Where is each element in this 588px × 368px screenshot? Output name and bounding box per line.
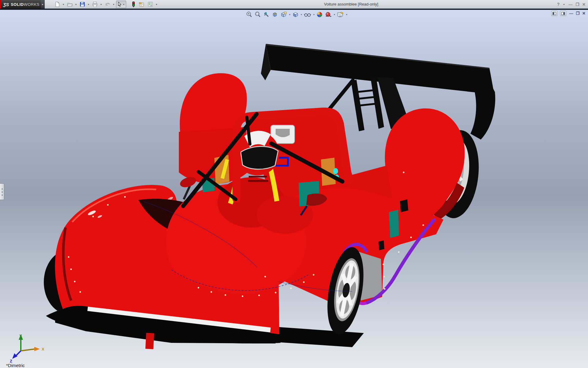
apply-scene-icon	[316, 11, 323, 18]
menu-flyout-arrow[interactable]: ▸	[41, 0, 45, 9]
triad-y-label: Y	[19, 334, 22, 338]
section-view-button[interactable]	[271, 11, 278, 18]
minimize-button[interactable]: —	[568, 2, 572, 6]
brand-text-solid: SOLID	[11, 2, 24, 7]
undo-button[interactable]	[104, 0, 111, 8]
view-orientation-icon	[280, 11, 287, 18]
new-dropdown-arrow[interactable]: ▾	[63, 3, 64, 6]
view-orientation-label: *Dimetric	[6, 363, 25, 368]
display-style-icon	[292, 11, 299, 18]
close-button[interactable]: ✕	[582, 2, 586, 6]
select-cursor-button[interactable]: ▾	[116, 1, 126, 8]
feature-tree-collapsed-tab[interactable]: ◂ ◂ ◂	[0, 183, 4, 200]
cyan-marker	[333, 168, 338, 174]
side-teal-opening	[389, 210, 399, 238]
edit-appearance-dropdown-arrow[interactable]: ▾	[346, 13, 347, 16]
solidworks-logo: ƷS SOLID WORKS	[0, 0, 41, 9]
solidworks-window: { "window": { "brand_glyph": "ƷS", "bran…	[0, 0, 588, 368]
section-view-icon	[272, 11, 278, 18]
collapse-arrow-icon: ◂	[2, 188, 3, 190]
options-button[interactable]	[146, 0, 154, 8]
undo-dropdown-arrow[interactable]: ▾	[113, 3, 114, 6]
document-title: Voiture assomblee [Read-only]	[324, 2, 378, 6]
collapse-arrow-icon: ◂	[2, 194, 3, 196]
left-pane-icon	[552, 12, 556, 15]
view-orientation-button[interactable]	[280, 11, 287, 18]
right-pane-icon	[561, 12, 565, 15]
help-dropdown-arrow[interactable]: ▾	[563, 3, 564, 6]
print-dropdown-arrow[interactable]: ▾	[100, 3, 102, 6]
print-button[interactable]	[91, 0, 99, 8]
brand-red-stripe	[0, 0, 1, 9]
select-dropdown-arrow[interactable]: ▾	[123, 3, 124, 6]
lower-vent-slot	[379, 240, 384, 250]
edit-note-button[interactable]	[138, 0, 145, 8]
view-settings-icon	[325, 11, 332, 18]
undo-icon	[104, 1, 111, 7]
document-window-controls: — ❐ ✕	[551, 11, 586, 16]
helmet-visor	[241, 146, 278, 169]
collapse-arrow-icon: ◂	[2, 191, 3, 193]
options-list-icon	[147, 1, 153, 7]
edit-appearance-button[interactable]	[337, 11, 344, 18]
zoom-to-area-button[interactable]	[254, 11, 261, 18]
reference-triad: Y X Z	[6, 333, 51, 364]
show-right-pane-button[interactable]	[560, 11, 566, 16]
new-document-icon	[54, 1, 60, 7]
previous-view-button[interactable]	[263, 11, 270, 18]
side-vent-slot	[400, 199, 408, 212]
select-cursor-icon	[117, 2, 123, 7]
hide-show-items-button[interactable]	[303, 11, 311, 18]
doc-minimize-button[interactable]: —	[569, 11, 573, 15]
titlebar-separator	[0, 9, 588, 10]
doc-close-button[interactable]: ✕	[582, 11, 586, 15]
display-style-dropdown-arrow[interactable]: ▾	[301, 13, 302, 16]
open-folder-icon	[67, 1, 73, 7]
graphics-viewport[interactable]: ▾ ▾ ▾	[0, 10, 588, 368]
view-settings-button[interactable]	[325, 11, 332, 18]
options-dropdown-arrow[interactable]: ▾	[156, 3, 157, 6]
view-orientation-dropdown-arrow[interactable]: ▾	[289, 13, 290, 16]
zoom-to-area-icon	[254, 11, 261, 18]
brand-3s-icon: ƷS	[3, 2, 9, 7]
save-floppy-icon	[79, 1, 85, 7]
hide-show-items-icon	[304, 11, 311, 18]
open-button[interactable]	[66, 0, 74, 8]
print-icon	[92, 1, 98, 7]
restore-button[interactable]: ❐	[575, 2, 579, 6]
triad-x-label: X	[42, 347, 44, 351]
hide-show-dropdown-arrow[interactable]: ▾	[313, 13, 315, 16]
title-toolbar: ƷS SOLID WORKS ▸ ▾ ▾ ▾	[0, 0, 588, 9]
view-settings-dropdown-arrow[interactable]: ▾	[334, 13, 335, 16]
edit-note-icon	[138, 1, 145, 7]
model-canvas[interactable]	[0, 10, 588, 368]
previous-view-icon	[263, 11, 270, 18]
heads-up-view-toolbar: ▾ ▾ ▾	[246, 11, 347, 18]
help-icon[interactable]: ?	[557, 2, 560, 7]
doc-restore-button[interactable]: ❐	[576, 11, 579, 15]
brand-text-works: WORKS	[24, 2, 40, 7]
standard-toolbar: ▾ ▾ ▾ ▾ ▾	[53, 0, 158, 8]
rebuild-button[interactable]	[130, 0, 137, 8]
save-button[interactable]	[78, 0, 86, 8]
show-left-pane-button[interactable]	[551, 11, 557, 16]
apply-scene-button[interactable]	[316, 11, 323, 18]
zoom-to-fit-button[interactable]	[246, 11, 253, 18]
window-controls: ? ▾ — ❐ ✕	[557, 0, 586, 9]
display-style-button[interactable]	[292, 11, 299, 18]
rebuild-traffic-light-icon	[131, 1, 136, 7]
zoom-to-fit-icon	[246, 11, 252, 18]
open-dropdown-arrow[interactable]: ▾	[75, 3, 77, 6]
save-dropdown-arrow[interactable]: ▾	[88, 3, 89, 6]
new-document-button[interactable]	[53, 0, 61, 8]
tow-tab	[145, 333, 154, 349]
edit-appearance-icon	[337, 11, 344, 18]
